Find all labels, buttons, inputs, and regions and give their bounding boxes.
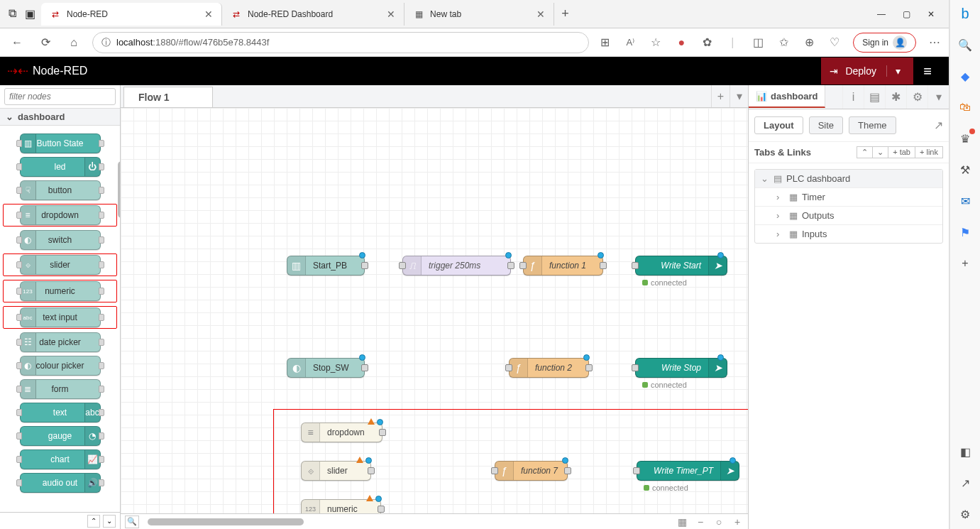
share-icon[interactable]: ↗ (957, 475, 973, 491)
back-icon[interactable]: ← (7, 36, 27, 49)
flag-icon[interactable]: ⚑ (957, 224, 973, 240)
node-function-1[interactable]: ƒ function 1 (523, 256, 603, 276)
more-icon[interactable]: ⋯ (927, 36, 942, 49)
url-field[interactable]: ⓘ localhost:1880/#flow/476b5e78.8443f (92, 32, 589, 53)
theme-tab[interactable]: Theme (849, 116, 896, 134)
signin-button[interactable]: Sign in 👤 (853, 33, 916, 53)
window-minimize-icon[interactable]: — (877, 9, 886, 19)
palette-node-colour-picker[interactable]: ◐colour picker (20, 356, 101, 376)
qr-icon[interactable]: ⊞ (598, 36, 612, 49)
tab-overview-icon[interactable]: ▣ (25, 7, 35, 21)
navigator-icon[interactable]: ▦ (676, 516, 688, 528)
palette-node-text-input[interactable]: abctext input (20, 307, 101, 327)
palette-node-gauge[interactable]: gauge◔ (20, 426, 101, 446)
palette-node-form[interactable]: ≣form (20, 379, 101, 399)
tree-item-outputs[interactable]: › ▦ Outputs (755, 207, 942, 225)
settings-icon[interactable]: ⚙ (957, 506, 973, 522)
search-icon[interactable]: 🔍 (957, 37, 973, 53)
caret-tab[interactable]: ▾ (927, 85, 949, 109)
deploy-caret-icon[interactable]: ▾ (886, 65, 901, 77)
tree-item-inputs[interactable]: › ▦ Inputs (755, 225, 942, 243)
palette-filter-input[interactable] (4, 88, 116, 105)
help-tab[interactable]: ▤ (864, 85, 885, 109)
ext-icon[interactable]: ● (674, 36, 688, 49)
split-icon[interactable]: ◫ (751, 36, 765, 49)
close-icon[interactable]: ✕ (204, 9, 213, 20)
tree-item-root[interactable]: ⌄ ▤ PLC dashboard (755, 170, 942, 188)
new-tab-button[interactable]: + (554, 6, 576, 21)
horizontal-scrollbar[interactable] (148, 518, 304, 525)
palette-node-dropdown[interactable]: ≡dropdown (20, 205, 101, 225)
bing-icon[interactable]: b (957, 6, 973, 21)
palette-node-slider[interactable]: ⟐slider (20, 255, 101, 275)
window-close-icon[interactable]: ✕ (927, 9, 935, 19)
tree-item-timer[interactable]: › ▦ Timer (755, 188, 942, 207)
shopping-icon[interactable]: 🛍 (957, 99, 973, 115)
diamond-icon[interactable]: ◆ (957, 68, 973, 84)
palette-node-Button-State[interactable]: ▥Button State (20, 133, 101, 153)
expand-all-button[interactable]: ⌄ (103, 515, 116, 528)
window-maximize-icon[interactable]: ▢ (903, 9, 910, 19)
node-write-timer[interactable]: Write Timer_PT ➤ (637, 461, 739, 481)
add-flow-button[interactable]: + (711, 85, 730, 107)
node-dropdown[interactable]: ≡ dropdown (301, 422, 382, 442)
node-numeric[interactable]: 123 numeric (301, 499, 381, 513)
close-icon[interactable]: ✕ (387, 9, 395, 20)
close-icon[interactable]: ✕ (536, 9, 545, 20)
collapse-sidebar-icon[interactable]: ◧ (957, 444, 973, 459)
browser-tab-0[interactable]: ⇄ Node-RED ✕ (41, 3, 222, 26)
refresh-icon[interactable]: ⟳ (35, 36, 55, 49)
node-function-7[interactable]: ƒ function 7 (495, 461, 568, 481)
games-icon[interactable]: ♛ (957, 131, 973, 146)
home-icon[interactable]: ⌂ (64, 36, 84, 49)
popout-icon[interactable]: ↗ (934, 119, 943, 132)
flow-canvas[interactable]: ▥ Start_PB ⎍ trigger 250ms ƒ function 1 (121, 108, 748, 513)
add-icon[interactable]: + (957, 256, 973, 271)
node-write-stop[interactable]: Write Stop ➤ (635, 358, 727, 378)
palette-node-chart[interactable]: chart📈 (20, 449, 101, 469)
heart-icon[interactable]: ♡ (827, 36, 842, 49)
palette-node-switch[interactable]: ◐switch (20, 230, 101, 250)
browser-tab-1[interactable]: ⇄ Node-RED Dashboard ✕ (222, 3, 404, 26)
tab-actions-icon[interactable]: ⧉ (9, 7, 16, 21)
sidebar-tab-dashboard[interactable]: 📊 dashboard (749, 85, 825, 108)
node-start-pb[interactable]: ▥ Start_PB (287, 256, 365, 276)
node-stop-sw[interactable]: ◐ Stop_SW (287, 358, 365, 378)
main-menu-button[interactable]: ≡ (913, 63, 942, 80)
zoom-reset-button[interactable]: ○ (712, 516, 725, 528)
read-aloud-icon[interactable]: A⁾ (623, 37, 637, 48)
favorites-bar-icon[interactable]: ✩ (776, 36, 791, 49)
outlook-icon[interactable]: ✉ (957, 193, 973, 209)
add-tab-button[interactable]: + tab (888, 146, 915, 158)
layout-tab[interactable]: Layout (754, 116, 803, 134)
info-tab[interactable]: i (842, 85, 864, 109)
palette-node-numeric[interactable]: 123numeric (20, 281, 101, 301)
favorite-icon[interactable]: ☆ (649, 36, 663, 49)
collapse-all-button[interactable]: ⌃ (87, 515, 100, 528)
site-info-icon[interactable]: ⓘ (101, 36, 111, 49)
palette-node-led[interactable]: led⏻ (20, 157, 101, 177)
node-write-start[interactable]: Write Start ➤ (635, 256, 727, 276)
add-link-button[interactable]: + link (915, 146, 943, 158)
browser-tab-2[interactable]: ▦ New tab ✕ (404, 3, 554, 26)
flow-menu-button[interactable]: ▾ (730, 85, 748, 107)
zoom-out-button[interactable]: − (694, 516, 707, 528)
palette-node-text[interactable]: textabc (20, 403, 101, 422)
palette-node-audio-out[interactable]: audio out🔊 (20, 473, 101, 493)
debug-tab[interactable]: ✱ (885, 85, 906, 109)
node-function-2[interactable]: ƒ function 2 (509, 358, 589, 378)
node-slider[interactable]: ⟐ slider (301, 461, 371, 481)
site-tab[interactable]: Site (809, 116, 843, 134)
palette-category-header[interactable]: ⌄ dashboard (0, 108, 120, 126)
collections-icon[interactable]: ⊕ (802, 36, 816, 49)
collapse-button[interactable]: ⌄ (872, 146, 888, 158)
footer-search-button[interactable]: 🔍 (125, 516, 139, 528)
deploy-button[interactable]: ⇥ Deploy ▾ (821, 58, 913, 84)
node-trigger[interactable]: ⎍ trigger 250ms (402, 256, 511, 276)
tools-icon[interactable]: ⚒ (957, 162, 973, 178)
expand-button[interactable]: ⌃ (857, 146, 873, 158)
zoom-in-button[interactable]: + (731, 516, 744, 528)
palette-node-date-picker[interactable]: ☷date picker (20, 332, 101, 352)
palette-scrollbar[interactable] (118, 161, 120, 218)
flow-tab[interactable]: Flow 1 (123, 87, 213, 107)
